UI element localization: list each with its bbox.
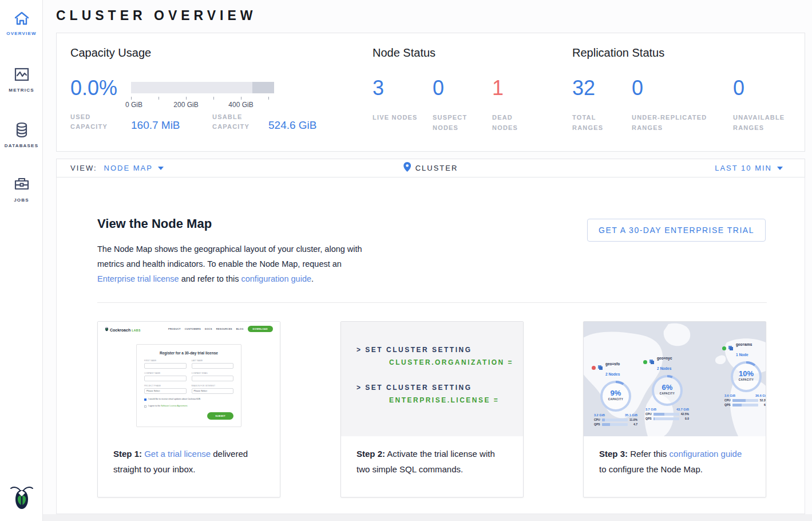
axis-tick-label: 0 GiB xyxy=(125,101,142,109)
unavailable-ranges-label: UNAVAILABLE RANGES xyxy=(733,112,796,133)
metrics-icon xyxy=(13,67,30,83)
healthy-status-dot xyxy=(722,346,726,350)
sidebar-item-overview[interactable]: OVERVIEW xyxy=(0,0,43,44)
step3-caption: Step 3: Refer this configuration guide t… xyxy=(584,436,766,477)
page-title: CLUSTER OVERVIEW xyxy=(56,8,257,23)
trial-registration-form-image: Register for a 30-day trial license FIRS… xyxy=(136,344,241,427)
location-pin-icon xyxy=(403,162,411,174)
time-range-dropdown[interactable]: LAST 10 MIN xyxy=(715,164,783,172)
cockroach-labs-logo: Cockroach LABS xyxy=(105,326,141,332)
suspect-nodes-value: 0 xyxy=(433,76,444,100)
section-heading: View the Node Map xyxy=(97,216,212,231)
get-enterprise-trial-button[interactable]: GET A 30-DAY ENTERPRISE TRIAL xyxy=(587,219,766,242)
node-status-title: Node Status xyxy=(373,46,435,60)
sidebar-item-metrics[interactable]: METRICS xyxy=(0,57,43,101)
sidebar-item-jobs[interactable]: JOBS xyxy=(0,165,43,211)
divider xyxy=(97,302,767,303)
step3-card: geo=sfo2 Nodes 9% CAPACITY 3.2 GiB35.1 G… xyxy=(583,321,766,498)
time-range-value: LAST 10 MIN xyxy=(715,164,772,172)
dead-nodes-value: 1 xyxy=(492,76,504,100)
trial-signup-screenshot: Cockroach LABS PRODUCT CUSTOMERS DOCS RE… xyxy=(98,322,280,436)
axis-tick xyxy=(186,97,187,100)
axis-tick xyxy=(159,97,159,100)
axis-tick xyxy=(241,97,241,100)
description-text: The Node Map shows the geographical layo… xyxy=(97,244,362,269)
sidebar-label-jobs: JOBS xyxy=(14,198,29,203)
axis-tick xyxy=(268,97,269,100)
capacity-usage-title: Capacity Usage xyxy=(70,46,151,60)
breadcrumb-cluster: CLUSTER xyxy=(415,164,458,172)
sidebar-label-overview: OVERVIEW xyxy=(6,31,37,36)
step2-card: > SET CLUSTER SETTING CLUSTER.ORGANIZATI… xyxy=(340,321,524,498)
used-capacity-label: USED CAPACITY xyxy=(70,112,122,132)
total-ranges-label: TOTAL RANGES xyxy=(572,112,618,133)
total-ranges-value: 32 xyxy=(572,76,595,100)
home-icon xyxy=(13,10,30,26)
under-replicated-ranges-label: UNDER-REPLICATED RANGES xyxy=(632,112,723,133)
node-map-locality-nyc: geo=nyc2 Nodes 6% CAPACITY 3.7 GiB43.7 G… xyxy=(640,352,695,420)
checkbox-checked-icon xyxy=(144,398,146,401)
capacity-bar-reserved-segment xyxy=(252,82,274,93)
healthy-status-dot xyxy=(643,360,647,364)
sidebar-label-metrics: METRICS xyxy=(9,88,34,93)
live-nodes-label: LIVE NODES xyxy=(373,112,418,123)
node-icon xyxy=(728,345,734,352)
warning-status-dot xyxy=(592,366,596,370)
get-trial-license-link[interactable]: Get a trial license xyxy=(144,449,211,459)
axis-tick xyxy=(131,97,132,100)
usable-capacity-value: 524.6 GiB xyxy=(268,119,317,132)
axis-tick-label: 400 GiB xyxy=(228,101,253,109)
step1-caption: Step 1: Get a trial license delivered st… xyxy=(98,436,280,477)
sql-commands-illustration: > SET CLUSTER SETTING CLUSTER.ORGANIZATI… xyxy=(341,322,523,436)
live-nodes-value: 3 xyxy=(373,76,384,100)
jobs-icon xyxy=(13,176,31,193)
sidebar-item-databases[interactable]: DATABASES xyxy=(0,111,43,156)
view-selected-value: NODE MAP xyxy=(104,164,153,172)
suspect-nodes-label: SUSPECT NODES xyxy=(433,112,478,133)
node-map-preview-image: geo=sfo2 Nodes 9% CAPACITY 3.2 GiB35.1 G… xyxy=(584,322,766,436)
under-replicated-ranges-value: 0 xyxy=(632,76,643,100)
capacity-usage-bar xyxy=(131,82,274,93)
mini-site-nav: PRODUCT CUSTOMERS DOCS RESOURCES BLOG DO… xyxy=(168,326,273,332)
capacity-used-percent: 0.0% xyxy=(70,76,117,100)
checkbox-icon xyxy=(144,405,146,408)
sidebar-label-databases: DATABASES xyxy=(5,143,38,148)
unavailable-ranges-value: 0 xyxy=(733,76,744,100)
chevron-down-icon xyxy=(777,167,783,170)
step2-caption: Step 2: Activate the trial license with … xyxy=(341,436,523,477)
used-capacity-value: 160.7 MiB xyxy=(131,119,180,132)
cockroachdb-logo[interactable] xyxy=(0,483,43,511)
node-map-locality-sfo: geo=sfo2 Nodes 9% CAPACITY 3.2 GiB35.1 G… xyxy=(588,357,643,426)
step1-card: Cockroach LABS PRODUCT CUSTOMERS DOCS RE… xyxy=(97,321,280,498)
view-label: VIEW: xyxy=(70,164,97,172)
axis-tick-label: 200 GiB xyxy=(173,101,198,109)
node-icon xyxy=(597,365,604,371)
sidebar: OVERVIEW METRICS DATABASES JOBS xyxy=(0,0,43,521)
axis-tick xyxy=(213,97,214,100)
node-icon xyxy=(649,359,655,365)
configuration-guide-link[interactable]: configuration guide xyxy=(670,449,742,459)
configuration-guide-link[interactable]: configuration guide xyxy=(241,274,311,283)
download-button-image: DOWNLOAD xyxy=(248,326,273,332)
description-text: . xyxy=(311,274,314,283)
node-map-locality-ams: geo=ams1 Node 10% CAPACITY 3.6 GiB36.6 G… xyxy=(719,338,766,406)
cluster-summary-card: Capacity Usage 0.0% 0 GiB 200 GiB 400 Gi… xyxy=(56,33,805,152)
databases-icon xyxy=(13,121,30,139)
node-map-panel: View the Node Map The Node Map shows the… xyxy=(56,177,805,514)
submit-button-image: SUBMIT xyxy=(207,412,233,420)
replication-status-title: Replication Status xyxy=(572,46,664,60)
usable-capacity-label: USABLE CAPACITY xyxy=(212,112,264,132)
enterprise-trial-license-link[interactable]: Enterprise trial license xyxy=(97,274,179,283)
page-background-strip xyxy=(43,514,812,521)
dead-nodes-label: DEAD NODES xyxy=(492,112,538,133)
view-bar: VIEW: NODE MAP CLUSTER LAST 10 MIN xyxy=(56,159,805,177)
section-description: The Node Map shows the geographical layo… xyxy=(97,242,365,286)
chevron-down-icon xyxy=(158,167,164,170)
description-text: and refer to this xyxy=(179,274,241,283)
view-selector-dropdown[interactable]: NODE MAP xyxy=(104,164,164,172)
